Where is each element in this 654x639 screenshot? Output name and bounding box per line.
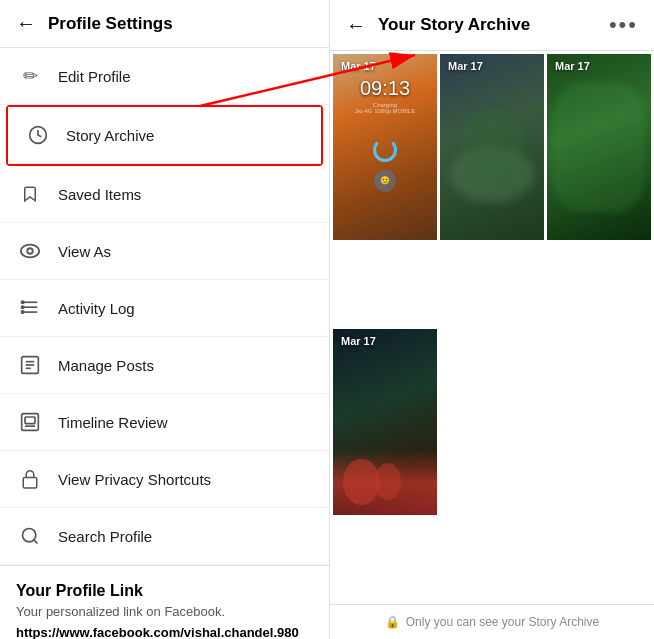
edit-icon: ✏ [16,62,44,90]
svg-point-6 [21,301,23,303]
footer-bar: 🔒 Only you can see your Story Archive [330,604,654,639]
manage-posts-label: Manage Posts [58,357,154,374]
timeline-icon [16,408,44,436]
svg-point-2 [27,248,33,254]
story-thumb-3[interactable]: Mar 17 [547,54,651,240]
view-as-label: View As [58,243,111,260]
svg-point-17 [23,529,36,542]
profile-link-url: https://www.facebook.com/vishal.chandel.… [16,625,313,639]
menu-item-activity-log[interactable]: Activity Log [0,280,329,337]
right-back-button[interactable]: ← [346,14,366,37]
svg-line-18 [34,540,38,544]
view-privacy-label: View Privacy Shortcuts [58,471,211,488]
menu-item-view-privacy[interactable]: View Privacy Shortcuts [0,451,329,508]
menu-item-manage-posts[interactable]: Manage Posts [0,337,329,394]
posts-icon [16,351,44,379]
left-panel: ← Profile Settings ✏ Edit Profile Story … [0,0,330,639]
menu-item-edit-profile[interactable]: ✏ Edit Profile [0,48,329,105]
story-date-3: Mar 17 [555,60,590,72]
search-profile-label: Search Profile [58,528,152,545]
left-header: ← Profile Settings [0,0,329,48]
svg-point-8 [21,311,23,313]
left-panel-title: Profile Settings [48,14,173,34]
svg-rect-16 [23,478,37,489]
story-archive-label: Story Archive [66,127,154,144]
svg-point-7 [21,306,23,308]
more-options-button[interactable]: ••• [609,12,638,38]
edit-profile-label: Edit Profile [58,68,131,85]
right-header: ← Your Story Archive ••• [330,0,654,51]
activity-log-label: Activity Log [58,300,135,317]
saved-items-label: Saved Items [58,186,141,203]
story-date-2: Mar 17 [448,60,483,72]
story-date-1: Mar 17 [341,60,376,72]
profile-link-title: Your Profile Link [16,582,313,600]
back-button[interactable]: ← [16,12,36,35]
profile-link-section: Your Profile Link Your personalized link… [0,565,329,639]
story-date-4: Mar 17 [341,335,376,347]
footer-lock-icon: 🔒 [385,615,400,629]
list-icon [16,294,44,322]
menu-item-story-archive[interactable]: Story Archive [8,107,321,164]
clock-icon [24,121,52,149]
profile-link-desc: Your personalized link on Facebook. [16,604,313,619]
story-thumb-4[interactable]: Mar 17 [333,329,437,515]
right-panel-title: Your Story Archive [378,15,609,35]
search-icon [16,522,44,550]
lock-icon [16,465,44,493]
svg-rect-13 [22,414,39,431]
story-grid: Mar 17 09:13 ChargingJio-4G 1080p MOBILE… [330,51,654,604]
menu-item-timeline-review[interactable]: Timeline Review [0,394,329,451]
story-archive-highlight-box: Story Archive [6,105,323,166]
timeline-review-label: Timeline Review [58,414,167,431]
menu-item-view-as[interactable]: View As [0,223,329,280]
menu-item-search-profile[interactable]: Search Profile [0,508,329,565]
svg-point-1 [21,245,39,258]
eye-icon [16,237,44,265]
right-panel: ← Your Story Archive ••• Mar 17 09:13 Ch… [330,0,654,639]
svg-rect-14 [25,417,35,424]
footer-text: Only you can see your Story Archive [406,615,599,629]
story-thumb-1[interactable]: Mar 17 09:13 ChargingJio-4G 1080p MOBILE… [333,54,437,240]
bookmark-icon [16,180,44,208]
story-thumb-2[interactable]: Mar 17 [440,54,544,240]
menu-item-saved-items[interactable]: Saved Items [0,166,329,223]
